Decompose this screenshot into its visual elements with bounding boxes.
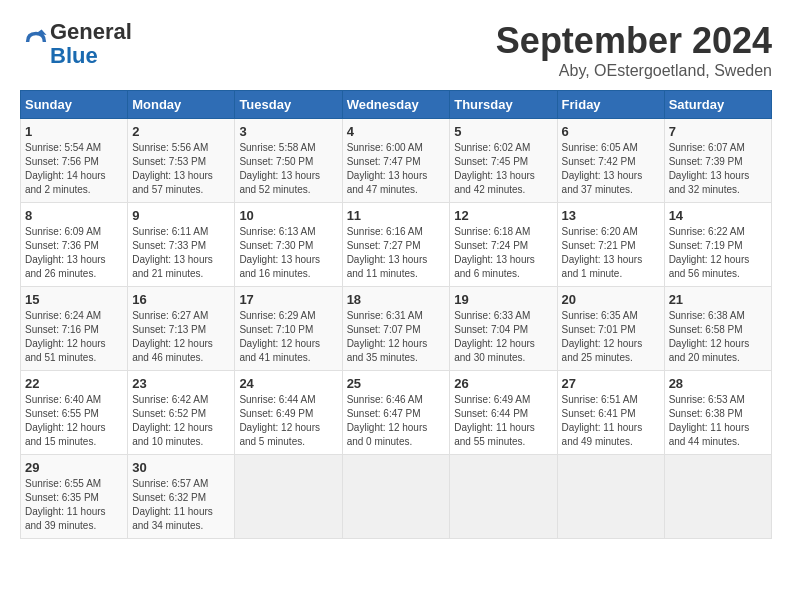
table-row: 18Sunrise: 6:31 AMSunset: 7:07 PMDayligh… (342, 287, 450, 371)
page-header: General Blue September 2024 Aby, OEsterg… (20, 20, 772, 80)
day-info: Sunrise: 5:58 AMSunset: 7:50 PMDaylight:… (239, 141, 337, 197)
table-row: 2Sunrise: 5:56 AMSunset: 7:53 PMDaylight… (128, 119, 235, 203)
table-row: 26Sunrise: 6:49 AMSunset: 6:44 PMDayligh… (450, 371, 557, 455)
table-row: 19Sunrise: 6:33 AMSunset: 7:04 PMDayligh… (450, 287, 557, 371)
day-info: Sunrise: 6:35 AMSunset: 7:01 PMDaylight:… (562, 309, 660, 365)
day-number: 30 (132, 460, 230, 475)
day-number: 3 (239, 124, 337, 139)
day-number: 21 (669, 292, 767, 307)
day-info: Sunrise: 6:51 AMSunset: 6:41 PMDaylight:… (562, 393, 660, 449)
day-number: 20 (562, 292, 660, 307)
table-row: 9Sunrise: 6:11 AMSunset: 7:33 PMDaylight… (128, 203, 235, 287)
table-row (450, 455, 557, 539)
day-number: 10 (239, 208, 337, 223)
day-info: Sunrise: 6:29 AMSunset: 7:10 PMDaylight:… (239, 309, 337, 365)
day-info: Sunrise: 6:38 AMSunset: 6:58 PMDaylight:… (669, 309, 767, 365)
day-number: 22 (25, 376, 123, 391)
day-number: 12 (454, 208, 552, 223)
calendar-week-row: 29Sunrise: 6:55 AMSunset: 6:35 PMDayligh… (21, 455, 772, 539)
table-row: 1Sunrise: 5:54 AMSunset: 7:56 PMDaylight… (21, 119, 128, 203)
table-row (235, 455, 342, 539)
calendar-header-row: Sunday Monday Tuesday Wednesday Thursday… (21, 91, 772, 119)
day-info: Sunrise: 6:31 AMSunset: 7:07 PMDaylight:… (347, 309, 446, 365)
day-info: Sunrise: 6:00 AMSunset: 7:47 PMDaylight:… (347, 141, 446, 197)
table-row: 28Sunrise: 6:53 AMSunset: 6:38 PMDayligh… (664, 371, 771, 455)
day-info: Sunrise: 6:55 AMSunset: 6:35 PMDaylight:… (25, 477, 123, 533)
calendar-week-row: 22Sunrise: 6:40 AMSunset: 6:55 PMDayligh… (21, 371, 772, 455)
day-info: Sunrise: 6:53 AMSunset: 6:38 PMDaylight:… (669, 393, 767, 449)
table-row: 27Sunrise: 6:51 AMSunset: 6:41 PMDayligh… (557, 371, 664, 455)
day-info: Sunrise: 6:16 AMSunset: 7:27 PMDaylight:… (347, 225, 446, 281)
table-row: 15Sunrise: 6:24 AMSunset: 7:16 PMDayligh… (21, 287, 128, 371)
logo-icon (22, 28, 50, 56)
calendar-week-row: 8Sunrise: 6:09 AMSunset: 7:36 PMDaylight… (21, 203, 772, 287)
logo: General Blue (20, 20, 132, 68)
table-row: 23Sunrise: 6:42 AMSunset: 6:52 PMDayligh… (128, 371, 235, 455)
table-row: 4Sunrise: 6:00 AMSunset: 7:47 PMDaylight… (342, 119, 450, 203)
day-info: Sunrise: 5:56 AMSunset: 7:53 PMDaylight:… (132, 141, 230, 197)
day-info: Sunrise: 6:20 AMSunset: 7:21 PMDaylight:… (562, 225, 660, 281)
day-number: 4 (347, 124, 446, 139)
table-row: 14Sunrise: 6:22 AMSunset: 7:19 PMDayligh… (664, 203, 771, 287)
table-row: 12Sunrise: 6:18 AMSunset: 7:24 PMDayligh… (450, 203, 557, 287)
table-row: 24Sunrise: 6:44 AMSunset: 6:49 PMDayligh… (235, 371, 342, 455)
logo-blue-text: Blue (50, 43, 98, 68)
table-row: 25Sunrise: 6:46 AMSunset: 6:47 PMDayligh… (342, 371, 450, 455)
day-info: Sunrise: 6:02 AMSunset: 7:45 PMDaylight:… (454, 141, 552, 197)
location-title: Aby, OEstergoetland, Sweden (496, 62, 772, 80)
day-number: 25 (347, 376, 446, 391)
table-row (342, 455, 450, 539)
table-row: 3Sunrise: 5:58 AMSunset: 7:50 PMDaylight… (235, 119, 342, 203)
day-number: 1 (25, 124, 123, 139)
logo-general-text: General (50, 19, 132, 44)
day-number: 5 (454, 124, 552, 139)
day-info: Sunrise: 6:40 AMSunset: 6:55 PMDaylight:… (25, 393, 123, 449)
table-row (557, 455, 664, 539)
day-info: Sunrise: 6:13 AMSunset: 7:30 PMDaylight:… (239, 225, 337, 281)
table-row (664, 455, 771, 539)
day-number: 15 (25, 292, 123, 307)
day-number: 24 (239, 376, 337, 391)
day-info: Sunrise: 5:54 AMSunset: 7:56 PMDaylight:… (25, 141, 123, 197)
calendar-week-row: 1Sunrise: 5:54 AMSunset: 7:56 PMDaylight… (21, 119, 772, 203)
day-info: Sunrise: 6:11 AMSunset: 7:33 PMDaylight:… (132, 225, 230, 281)
calendar-table: Sunday Monday Tuesday Wednesday Thursday… (20, 90, 772, 539)
table-row: 29Sunrise: 6:55 AMSunset: 6:35 PMDayligh… (21, 455, 128, 539)
header-wednesday: Wednesday (342, 91, 450, 119)
day-number: 29 (25, 460, 123, 475)
day-number: 27 (562, 376, 660, 391)
day-number: 9 (132, 208, 230, 223)
table-row: 21Sunrise: 6:38 AMSunset: 6:58 PMDayligh… (664, 287, 771, 371)
calendar-week-row: 15Sunrise: 6:24 AMSunset: 7:16 PMDayligh… (21, 287, 772, 371)
table-row: 17Sunrise: 6:29 AMSunset: 7:10 PMDayligh… (235, 287, 342, 371)
day-number: 6 (562, 124, 660, 139)
day-number: 17 (239, 292, 337, 307)
day-number: 2 (132, 124, 230, 139)
table-row: 10Sunrise: 6:13 AMSunset: 7:30 PMDayligh… (235, 203, 342, 287)
header-sunday: Sunday (21, 91, 128, 119)
header-saturday: Saturday (664, 91, 771, 119)
day-number: 28 (669, 376, 767, 391)
day-info: Sunrise: 6:44 AMSunset: 6:49 PMDaylight:… (239, 393, 337, 449)
day-info: Sunrise: 6:57 AMSunset: 6:32 PMDaylight:… (132, 477, 230, 533)
day-info: Sunrise: 6:18 AMSunset: 7:24 PMDaylight:… (454, 225, 552, 281)
title-section: September 2024 Aby, OEstergoetland, Swed… (496, 20, 772, 80)
day-number: 23 (132, 376, 230, 391)
table-row: 6Sunrise: 6:05 AMSunset: 7:42 PMDaylight… (557, 119, 664, 203)
table-row: 30Sunrise: 6:57 AMSunset: 6:32 PMDayligh… (128, 455, 235, 539)
day-info: Sunrise: 6:24 AMSunset: 7:16 PMDaylight:… (25, 309, 123, 365)
day-info: Sunrise: 6:46 AMSunset: 6:47 PMDaylight:… (347, 393, 446, 449)
table-row: 20Sunrise: 6:35 AMSunset: 7:01 PMDayligh… (557, 287, 664, 371)
day-number: 19 (454, 292, 552, 307)
day-number: 13 (562, 208, 660, 223)
day-info: Sunrise: 6:42 AMSunset: 6:52 PMDaylight:… (132, 393, 230, 449)
day-number: 7 (669, 124, 767, 139)
day-number: 18 (347, 292, 446, 307)
day-number: 16 (132, 292, 230, 307)
header-friday: Friday (557, 91, 664, 119)
day-number: 14 (669, 208, 767, 223)
header-thursday: Thursday (450, 91, 557, 119)
table-row: 11Sunrise: 6:16 AMSunset: 7:27 PMDayligh… (342, 203, 450, 287)
day-number: 26 (454, 376, 552, 391)
table-row: 8Sunrise: 6:09 AMSunset: 7:36 PMDaylight… (21, 203, 128, 287)
